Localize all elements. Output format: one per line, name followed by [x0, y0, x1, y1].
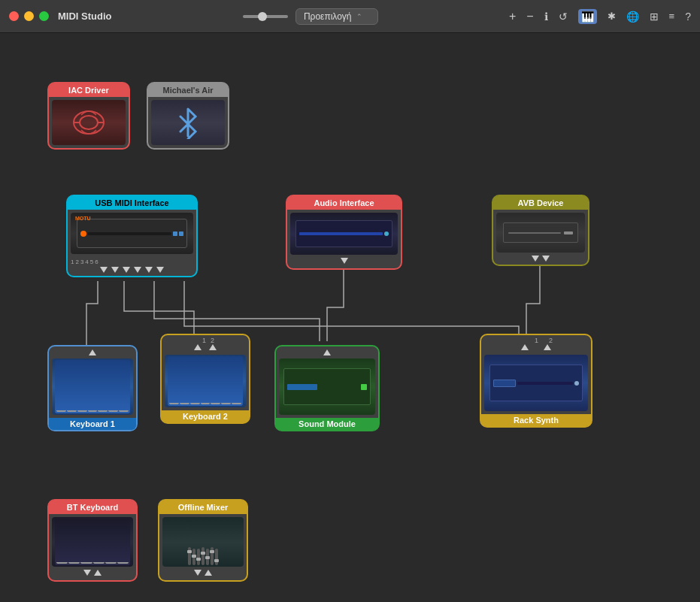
toolbar-controls: Προεπιλογή ⌃ — [112, 8, 509, 25]
info-icon[interactable]: ℹ — [544, 11, 548, 23]
port-arrow — [194, 344, 202, 350]
traffic-lights — [9, 11, 49, 21]
port-arrow — [123, 267, 130, 273]
minimize-button[interactable] — [24, 11, 34, 21]
usb-midi-node[interactable]: USB MIDI Interface MOTU 1 2 3 4 5 6 — [66, 195, 198, 277]
port-arrow — [209, 344, 217, 350]
iac-driver-label: IAC Driver — [49, 83, 129, 97]
close-button[interactable] — [9, 11, 19, 21]
offline-mixer-image — [159, 514, 247, 570]
port-arrow — [83, 570, 91, 576]
bt-keyboard-node[interactable]: BT Keyboard — [47, 499, 138, 582]
offline-mixer-label: Offline Mixer — [159, 501, 247, 514]
port-arrow — [89, 349, 96, 355]
keyboard2-node[interactable]: 1 2 Keyboard 2 — [160, 334, 250, 424]
sound-module-bottom-label: Sound Module — [276, 418, 378, 430]
audio-interface-label: Audio Interface — [287, 196, 401, 210]
rack-synth-node[interactable]: 1 2 Rack Synth — [480, 334, 592, 428]
avb-device-node[interactable]: AVB Device — [492, 195, 589, 266]
remove-icon[interactable]: − — [526, 10, 533, 23]
usb-midi-label: USB MIDI Interface — [68, 196, 196, 210]
network-icon[interactable]: 🌐 — [626, 11, 639, 23]
refresh-icon[interactable]: ↺ — [559, 11, 568, 23]
port-arrow — [134, 267, 141, 273]
rack-synth-bottom-label: Rack Synth — [481, 414, 591, 426]
piano-icon[interactable]: 🎹 — [578, 9, 597, 24]
port-arrow — [544, 344, 551, 350]
keyboard2-image — [162, 352, 249, 410]
michaels-air-label: Michael's Air — [148, 83, 228, 97]
keyboard1-node[interactable]: Keyboard 1 — [47, 345, 138, 431]
port-arrow-up — [94, 570, 102, 576]
bluetooth-icon[interactable]: ✱ — [608, 11, 616, 22]
rack-synth-image — [481, 352, 591, 414]
help-icon[interactable]: ? — [685, 11, 691, 23]
sound-module-node[interactable]: Sound Module — [274, 345, 380, 431]
port-arrow — [100, 267, 108, 273]
avb-device-label: AVB Device — [493, 196, 588, 210]
port-arrow — [145, 267, 153, 273]
port-arrow — [532, 256, 539, 262]
preset-dropdown[interactable]: Προεπιλογή ⌃ — [295, 8, 378, 25]
maximize-button[interactable] — [39, 11, 49, 21]
port-arrow — [542, 256, 550, 262]
app-title: MIDI Studio — [58, 11, 112, 22]
port-arrow — [521, 344, 529, 350]
port-arrow — [194, 570, 202, 576]
offline-mixer-node[interactable]: Offline Mixer — [158, 499, 248, 582]
keyboard2-bottom-label: Keyboard 2 — [162, 410, 249, 422]
michaels-air-image — [148, 97, 228, 148]
list-icon[interactable]: ≡ — [669, 11, 675, 22]
bt-keyboard-image — [49, 514, 136, 570]
svg-point-1 — [80, 116, 98, 129]
port-arrow — [111, 267, 119, 273]
bt-keyboard-label: BT Keyboard — [49, 501, 136, 514]
sound-module-image — [276, 355, 378, 418]
keyboard1-bottom-label: Keyboard 1 — [49, 418, 136, 430]
port-arrow — [323, 349, 331, 355]
iac-driver-node[interactable]: IAC Driver — [47, 82, 130, 150]
port-arrow-up — [205, 570, 212, 576]
chevron-down-icon: ⌃ — [356, 13, 362, 20]
avb-device-image — [493, 210, 588, 256]
toolbar-icons: + − ℹ ↺ 🎹 ✱ 🌐 ⊞ ≡ ? — [509, 9, 691, 24]
audio-interface-node[interactable]: Audio Interface — [286, 195, 402, 270]
usb-midi-image: MOTU — [68, 210, 196, 257]
midi-studio-canvas: IAC Driver Michael's Air — [0, 33, 700, 602]
titlebar: MIDI Studio Προεπιλογή ⌃ + − ℹ ↺ 🎹 ✱ 🌐 ⊞… — [0, 0, 700, 33]
port-arrow — [341, 258, 348, 264]
zoom-slider[interactable] — [243, 15, 288, 18]
michaels-air-node[interactable]: Michael's Air — [147, 82, 229, 150]
audio-interface-image — [287, 210, 401, 258]
port-arrow — [156, 267, 164, 273]
iac-driver-image — [49, 97, 129, 148]
grid-icon[interactable]: ⊞ — [650, 11, 659, 23]
keyboard1-image — [49, 355, 136, 418]
add-icon[interactable]: + — [509, 10, 516, 23]
